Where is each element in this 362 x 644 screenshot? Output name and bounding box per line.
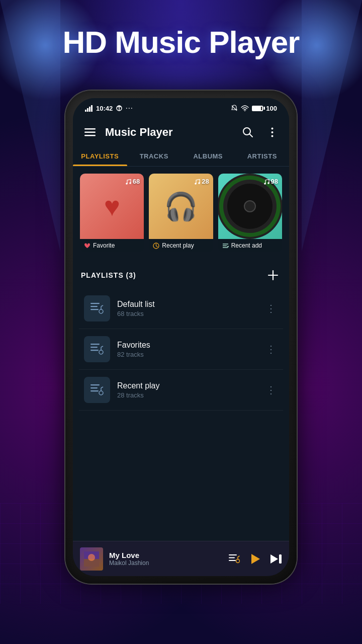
- playlist-item-default[interactable]: Default list 68 tracks ⋮: [79, 288, 283, 329]
- card-favorite[interactable]: ♥ 68: [80, 174, 144, 252]
- playlist-info-default: Default list 68 tracks: [117, 300, 257, 317]
- player-controls: [229, 552, 282, 566]
- svg-point-40: [99, 350, 103, 354]
- scrollable-area: Music Player: [73, 118, 289, 576]
- tab-albums[interactable]: ALBUMS: [181, 146, 235, 166]
- playlist-music-icon: [90, 303, 104, 314]
- svg-rect-31: [90, 303, 100, 304]
- now-playing-artist: Maikol Jashion: [109, 559, 223, 567]
- page-headline: HD Music Player: [0, 24, 362, 60]
- svg-point-51: [88, 554, 95, 561]
- vertical-dots-icon: [271, 127, 274, 137]
- svg-rect-32: [90, 306, 98, 307]
- card-recent-play-label: Recent play: [149, 239, 213, 252]
- svg-line-36: [101, 305, 103, 306]
- playlist-item-favorites[interactable]: Favorites 82 tracks ⋮: [79, 329, 283, 370]
- svg-rect-1: [87, 108, 88, 112]
- status-right: 100: [231, 105, 277, 112]
- svg-point-23: [267, 182, 269, 184]
- playlist-icon-default: [84, 295, 110, 321]
- status-dots: ···: [126, 105, 133, 111]
- battery-level: 100: [266, 105, 277, 112]
- card-recent-add[interactable]: 98 Recent add: [218, 174, 282, 252]
- svg-point-34: [99, 309, 103, 313]
- music-note-icon2: [263, 179, 269, 185]
- svg-marker-59: [270, 554, 278, 564]
- svg-rect-2: [89, 107, 90, 112]
- more-options-button[interactable]: [263, 123, 281, 141]
- playlists-section-header: PLAYLISTS (3): [73, 259, 289, 288]
- svg-point-8: [244, 111, 245, 112]
- phone-frame: 10:42 ···: [65, 91, 297, 584]
- now-playing-info: My Love Maikol Jashion: [109, 551, 223, 567]
- playlist-tracks-recent-play: 28 tracks: [117, 391, 257, 399]
- svg-rect-33: [90, 309, 99, 310]
- playlist-cards: ♥ 68: [73, 167, 289, 259]
- playlist-name-recent-play: Recent play: [117, 381, 257, 390]
- clock-icon: [153, 243, 159, 249]
- search-button[interactable]: [239, 123, 257, 141]
- status-bar: 10:42 ···: [73, 98, 289, 118]
- svg-point-14: [271, 128, 273, 130]
- card-recent-add-label: Recent add: [218, 239, 282, 252]
- play-icon: [248, 552, 262, 566]
- svg-rect-45: [90, 390, 99, 391]
- svg-marker-58: [251, 554, 260, 564]
- svg-line-57: [238, 556, 240, 557]
- playlist-more-default[interactable]: ⋮: [264, 300, 278, 316]
- svg-point-18: [129, 182, 131, 184]
- now-playing-bar: My Love Maikol Jashion: [73, 541, 289, 576]
- phone-outer: 10:42 ···: [65, 91, 297, 584]
- now-playing-title: My Love: [109, 551, 223, 559]
- playlist-more-favorites[interactable]: ⋮: [264, 341, 278, 357]
- queue-button[interactable]: [229, 554, 240, 564]
- card-favorite-label: Favorite: [80, 239, 144, 252]
- battery-icon: [252, 106, 263, 111]
- app-title: Music Player: [105, 126, 233, 139]
- svg-point-55: [236, 559, 240, 562]
- playlist-tracks-favorites: 82 tracks: [117, 351, 257, 358]
- svg-rect-0: [85, 110, 86, 112]
- svg-rect-60: [279, 554, 282, 564]
- svg-rect-10: [84, 132, 96, 133]
- playlists-section-title: PLAYLISTS (3): [81, 271, 136, 279]
- now-playing-thumb: [80, 547, 103, 571]
- now-playing-art: [84, 551, 99, 567]
- add-playlist-button[interactable]: [265, 267, 281, 283]
- play-button[interactable]: [248, 552, 262, 566]
- heart-icon: ♥: [104, 191, 120, 222]
- svg-point-17: [126, 183, 128, 185]
- tab-playlists[interactable]: PLAYLISTS: [73, 146, 127, 166]
- playlist-more-recent-play[interactable]: ⋮: [264, 382, 278, 398]
- svg-point-20: [198, 182, 200, 184]
- svg-point-15: [271, 131, 273, 133]
- tab-tracks[interactable]: TRACKS: [127, 146, 182, 166]
- playlist-info-recent-play: Recent play 28 tracks: [117, 381, 257, 399]
- svg-rect-11: [84, 135, 96, 136]
- playlist-name-favorites: Favorites: [117, 341, 257, 350]
- tab-artists[interactable]: ARTISTS: [235, 146, 290, 166]
- wifi-icon: [241, 105, 249, 111]
- playlist-item-recent-play[interactable]: Recent play 28 tracks ⋮: [79, 370, 283, 411]
- svg-rect-43: [90, 384, 100, 385]
- menu-button[interactable]: [81, 123, 99, 141]
- svg-point-46: [99, 391, 103, 395]
- hamburger-icon: [84, 128, 96, 136]
- status-left: 10:42 ···: [85, 105, 133, 112]
- svg-rect-53: [229, 557, 235, 558]
- signal-icon: [85, 105, 93, 112]
- music-note-icon: [125, 179, 131, 185]
- card-recent-add-count: 98: [263, 178, 278, 185]
- plus-icon: [267, 270, 279, 281]
- skip-next-button[interactable]: [270, 554, 282, 564]
- vinyl-inner: [244, 200, 256, 212]
- card-recent-play[interactable]: 🎧 28: [149, 174, 213, 252]
- svg-line-13: [249, 134, 252, 137]
- playlist-music-icon2: [90, 344, 104, 355]
- playlist-icon-recent-play: [84, 377, 110, 403]
- svg-rect-38: [90, 347, 98, 348]
- svg-rect-3: [91, 105, 93, 112]
- svg-line-48: [101, 387, 103, 388]
- svg-rect-39: [90, 350, 99, 351]
- usb-icon: [116, 105, 123, 112]
